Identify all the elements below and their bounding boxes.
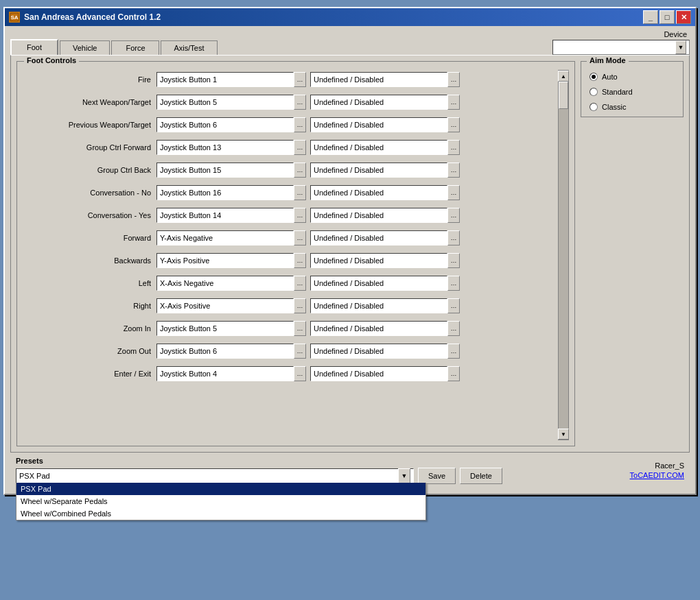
- scroll-up-button[interactable]: ▲: [558, 71, 569, 82]
- control-secondary-btn[interactable]: …: [447, 366, 460, 381]
- main-area: Foot Controls Fire … … Next Weapon/Targe…: [10, 55, 690, 453]
- minimize-button[interactable]: _: [643, 10, 658, 24]
- control-primary-btn[interactable]: …: [294, 366, 306, 381]
- control-primary-btn[interactable]: …: [294, 208, 306, 223]
- control-primary-btn[interactable]: …: [294, 163, 306, 178]
- control-secondary-input[interactable]: [310, 140, 447, 155]
- control-secondary-input[interactable]: [310, 208, 447, 223]
- tab-force[interactable]: Force: [111, 40, 159, 55]
- aim-mode-group: Aim Mode Auto Standard Classic: [581, 61, 684, 446]
- presets-dropdown-arrow[interactable]: ▼: [398, 468, 410, 483]
- presets-selected-value: PSX Pad: [19, 472, 50, 480]
- control-secondary-input[interactable]: [310, 230, 447, 245]
- preset-option-wheel-sep[interactable]: Wheel w/Separate Pedals: [16, 495, 425, 507]
- control-primary-input[interactable]: [156, 163, 294, 178]
- control-secondary-btn[interactable]: …: [447, 95, 460, 110]
- aim-mode-box: Aim Mode Auto Standard Classic: [581, 61, 684, 117]
- scroll-track: [559, 82, 568, 429]
- control-secondary-btn[interactable]: …: [447, 276, 460, 291]
- control-primary-btn[interactable]: …: [294, 185, 306, 200]
- control-primary-input[interactable]: [156, 208, 294, 223]
- presets-select[interactable]: PSX Pad ▼: [16, 468, 414, 483]
- control-secondary-input[interactable]: [310, 253, 447, 268]
- control-secondary-btn[interactable]: …: [447, 208, 460, 223]
- control-row: Forward … …: [23, 228, 558, 248]
- control-secondary-btn[interactable]: …: [447, 344, 460, 359]
- control-secondary-input[interactable]: [310, 185, 447, 200]
- control-label: Zoom Out: [23, 347, 156, 355]
- control-primary-input[interactable]: [156, 321, 294, 336]
- control-primary-btn[interactable]: …: [294, 140, 306, 155]
- control-row: Conversation - Yes … …: [23, 206, 558, 225]
- control-primary-btn[interactable]: …: [294, 276, 306, 291]
- control-secondary-btn[interactable]: …: [447, 253, 460, 268]
- app-icon: SA: [9, 12, 20, 23]
- control-label: Conversation - No: [23, 189, 156, 197]
- control-primary-btn[interactable]: …: [294, 298, 306, 313]
- tab-vehicle[interactable]: Vehicle: [60, 40, 110, 55]
- control-secondary-input[interactable]: [310, 117, 447, 132]
- control-primary-input[interactable]: [156, 230, 294, 245]
- credit-site-link[interactable]: ToCAEDIT.COM: [630, 471, 684, 479]
- control-primary-btn[interactable]: …: [294, 72, 306, 87]
- control-row: Left … …: [23, 274, 558, 293]
- device-select[interactable]: ▼: [552, 40, 690, 55]
- control-primary-input[interactable]: [156, 95, 294, 110]
- control-primary-btn[interactable]: …: [294, 95, 306, 110]
- control-secondary-input[interactable]: [310, 276, 447, 291]
- control-secondary-input[interactable]: [310, 163, 447, 178]
- control-secondary-input[interactable]: [310, 344, 447, 359]
- maximize-button[interactable]: □: [660, 10, 675, 24]
- control-primary-btn[interactable]: …: [294, 321, 306, 336]
- control-secondary-input[interactable]: [310, 321, 447, 336]
- radio-outer: [590, 103, 598, 111]
- control-primary-input[interactable]: [156, 298, 294, 313]
- radio-item-classic[interactable]: Classic: [590, 103, 675, 111]
- control-label: Forward: [23, 234, 156, 242]
- control-primary-btn[interactable]: …: [294, 253, 306, 268]
- control-row: Next Weapon/Target … …: [23, 93, 558, 112]
- window-title: San Andreas Advanced Control 1.2: [24, 12, 161, 22]
- control-secondary-btn[interactable]: …: [447, 230, 460, 245]
- control-row: Group Ctrl Forward … …: [23, 138, 558, 157]
- scroll-down-button[interactable]: ▼: [558, 429, 569, 440]
- control-primary-input[interactable]: [156, 276, 294, 291]
- radio-item-standard[interactable]: Standard: [590, 88, 675, 96]
- control-primary-input[interactable]: [156, 185, 294, 200]
- control-secondary-btn[interactable]: …: [447, 140, 460, 155]
- control-secondary-btn[interactable]: …: [447, 298, 460, 313]
- control-secondary-btn[interactable]: …: [447, 185, 460, 200]
- delete-button[interactable]: Delete: [460, 468, 502, 484]
- device-dropdown-arrow[interactable]: ▼: [675, 40, 686, 54]
- save-button[interactable]: Save: [418, 468, 456, 484]
- control-secondary-btn[interactable]: …: [447, 117, 460, 132]
- preset-option-psx[interactable]: PSX Pad: [16, 483, 425, 495]
- control-primary-input[interactable]: [156, 344, 294, 359]
- control-secondary-input[interactable]: [310, 72, 447, 87]
- control-label: Group Ctrl Back: [23, 166, 156, 174]
- control-secondary-input[interactable]: [310, 366, 447, 381]
- aim-mode-legend: Aim Mode: [587, 56, 629, 64]
- control-primary-input[interactable]: [156, 117, 294, 132]
- radio-label: Auto: [602, 73, 618, 81]
- control-secondary-btn[interactable]: …: [447, 163, 460, 178]
- control-secondary-btn[interactable]: …: [447, 321, 460, 336]
- preset-option-wheel-comb[interactable]: Wheel w/Combined Pedals: [16, 507, 425, 520]
- control-primary-btn[interactable]: …: [294, 117, 306, 132]
- control-primary-input[interactable]: [156, 366, 294, 381]
- tab-foot[interactable]: Foot: [10, 39, 58, 55]
- tab-axistest[interactable]: Axis/Test: [161, 40, 217, 55]
- presets-dropdown-list: PSX Pad Wheel w/Separate Pedals Wheel w/…: [16, 483, 426, 520]
- control-primary-btn[interactable]: …: [294, 344, 306, 359]
- control-primary-input[interactable]: [156, 253, 294, 268]
- control-primary-input[interactable]: [156, 140, 294, 155]
- control-secondary-btn[interactable]: …: [447, 72, 460, 87]
- control-primary-btn[interactable]: …: [294, 230, 306, 245]
- control-secondary-input[interactable]: [310, 298, 447, 313]
- control-secondary-input[interactable]: [310, 95, 447, 110]
- radio-item-auto[interactable]: Auto: [590, 73, 675, 81]
- scroll-thumb[interactable]: [559, 82, 568, 109]
- close-button[interactable]: ✕: [676, 10, 691, 24]
- device-label: Device: [664, 30, 687, 38]
- control-primary-input[interactable]: [156, 72, 294, 87]
